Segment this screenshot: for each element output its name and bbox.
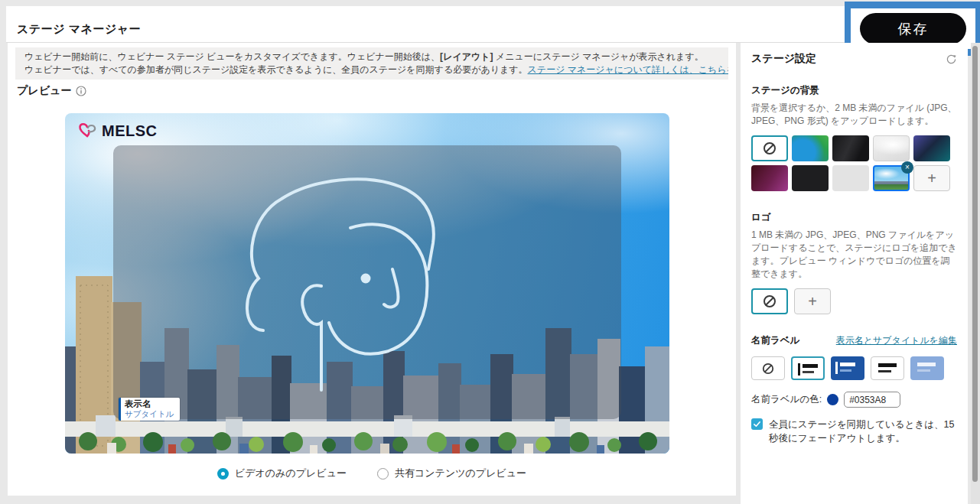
sync-fadeout-label: 全員にステージを同期しているときは、15 秒後にフェードアウトします。 — [769, 418, 957, 445]
color-swatch[interactable] — [827, 394, 838, 405]
background-option-city-selected[interactable]: × — [873, 165, 910, 191]
info-banner: ウェビナー開始前に、ウェビナー ステージ ビューをカスタマイズできます。ウェビナ… — [15, 47, 728, 80]
refresh-icon[interactable] — [946, 54, 957, 65]
name-label-style-bar-selected[interactable] — [791, 356, 825, 380]
name-label-styles — [751, 356, 957, 380]
logo-section-description: 1 MB 未満の JPG、JPEG、PNG ファイルをアップロードすることで、ス… — [751, 229, 957, 281]
banner-line-1: ウェビナー開始前に、ウェビナー ステージ ビューをカスタマイズできます。ウェビナ… — [24, 50, 719, 63]
settings-heading: ステージ設定 — [751, 52, 816, 66]
video-placeholder-overlay[interactable] — [113, 145, 621, 419]
stage-settings-panel: ステージ設定 ステージの背景 背景を選択するか、2 MB 未満のファイル (JP… — [741, 43, 968, 504]
no-logo-icon — [763, 294, 777, 308]
style-bar-icon — [798, 363, 800, 376]
preview-mode-radios: ビデオのみのプレビュー 共有コンテンツのプレビュー — [8, 467, 736, 480]
name-label-style-none[interactable] — [751, 356, 785, 380]
add-background-button[interactable]: + — [913, 165, 950, 191]
radio-video-only[interactable]: ビデオのみのプレビュー — [217, 467, 347, 480]
logo-none-option[interactable] — [751, 288, 788, 314]
remove-background-badge[interactable]: × — [901, 161, 913, 174]
top-toolbar: ステージ マネージャー — [6, 6, 980, 43]
save-button[interactable]: 保存 — [860, 13, 966, 44]
name-label-style-boxed[interactable] — [871, 356, 904, 380]
banner-line-2: ウェビナーでは、すべての参加者が同じステージ設定を表示できるように、全員のステー… — [24, 63, 719, 76]
background-option-light-wave[interactable] — [873, 135, 910, 161]
add-logo-button[interactable]: + — [794, 288, 831, 314]
page-title: ステージ マネージャー — [17, 22, 141, 37]
background-option-dusk-teal[interactable] — [913, 135, 950, 161]
background-option-green-blue[interactable] — [792, 135, 829, 161]
radio-shared-content[interactable]: 共有コンテンツのプレビュー — [377, 467, 526, 480]
check-icon — [753, 420, 761, 428]
scrollbar-thumb[interactable] — [972, 46, 978, 482]
preview-heading: プレビュー — [17, 84, 86, 98]
brand-logo: MELSC — [78, 122, 158, 140]
name-label-color-row: 名前ラベルの色: — [751, 392, 957, 408]
subtitle-text: サブタイトル — [125, 409, 174, 418]
radio-selected-icon[interactable] — [217, 468, 229, 480]
name-label-style-light-blue[interactable] — [910, 356, 944, 380]
background-none-option[interactable] — [751, 135, 788, 161]
sync-fadeout-row: 全員にステージを同期しているときは、15 秒後にフェードアウトします。 — [751, 418, 957, 445]
style-bar-icon — [835, 362, 838, 374]
name-label-section-heading: 名前ラベル — [751, 334, 799, 347]
brand-logo-text: MELSC — [102, 122, 158, 140]
learn-more-link[interactable]: ステージ マネージャについて詳しくは、こちらをご覧ください。 — [528, 64, 728, 75]
logo-options: + — [751, 288, 957, 314]
name-label-overlay[interactable]: 表示名 サブタイトル — [119, 398, 180, 421]
logo-section-heading: ロゴ — [751, 211, 957, 224]
background-option-gray[interactable] — [832, 165, 869, 191]
radio-unselected-icon[interactable] — [377, 468, 389, 480]
background-option-magenta[interactable] — [751, 165, 788, 191]
heart-logo-icon — [78, 122, 98, 140]
edit-display-name-link[interactable]: 表示名とサブタイトルを編集 — [836, 334, 957, 347]
background-section-heading: ステージの背景 — [751, 84, 957, 97]
name-label-color-label: 名前ラベルの色: — [751, 393, 822, 406]
person-outline-icon — [236, 162, 496, 415]
background-section-description: 背景を選択するか、2 MB 未満のファイル (JPG、JPEG、PNG 形式) … — [751, 102, 957, 128]
name-label-style-filled-blue[interactable] — [831, 356, 864, 380]
background-thumbnails: × + — [751, 135, 957, 191]
stage-preview[interactable]: MELSC 表示名 サブタイトル — [65, 113, 669, 454]
color-hex-input[interactable] — [844, 392, 900, 408]
background-option-dark-wave[interactable] — [832, 135, 869, 161]
info-icon[interactable] — [76, 86, 86, 96]
no-label-icon — [762, 363, 774, 375]
display-name-text: 表示名 — [125, 399, 174, 409]
background-option-black[interactable] — [792, 165, 829, 191]
no-background-icon — [763, 141, 777, 155]
sync-fadeout-checkbox[interactable] — [751, 418, 763, 430]
